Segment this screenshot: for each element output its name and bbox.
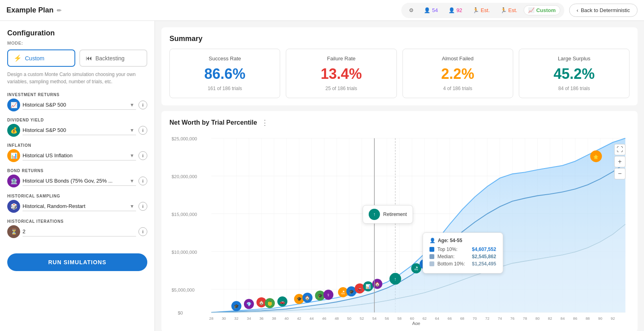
median-value: $2,545,862 (472, 254, 496, 259)
investment-returns-icon: 📈 (7, 99, 20, 111)
bottom10-label: Bottom 10%: (438, 261, 469, 267)
page-title: Example Plan ✏ (6, 6, 396, 14)
svg-text:74: 74 (498, 317, 502, 321)
svg-text:🎓: 🎓 (318, 293, 323, 298)
historical-sampling-section: HISTORICAL SAMPLING 🎲 Historical, Random… (7, 194, 147, 213)
large-surplus-label: Large Surplus (526, 56, 623, 62)
failure-rate-value: 13.4% (293, 66, 390, 82)
svg-text:84: 84 (561, 317, 565, 321)
top10-value: $4,607,552 (472, 247, 496, 252)
svg-text:🌟: 🌟 (593, 154, 599, 160)
almost-failed-label: Almost Failed (409, 56, 506, 62)
chevron-left-icon: ‹ (577, 7, 578, 13)
svg-text:44: 44 (310, 317, 314, 321)
svg-text:Age: Age (412, 321, 420, 325)
svg-text:🏠: 🏠 (375, 282, 380, 287)
svg-text:40: 40 (285, 317, 289, 321)
bond-returns-info-button[interactable]: i (138, 177, 147, 185)
svg-text:66: 66 (448, 317, 452, 321)
svg-text:👶: 👶 (267, 301, 272, 306)
failure-rate-card: Failure Rate 13.4% 25 of 186 trials (286, 49, 396, 98)
svg-text:92: 92 (611, 317, 615, 321)
historical-sampling-label: HISTORICAL SAMPLING (7, 194, 147, 198)
svg-text:90: 90 (598, 317, 602, 321)
historical-sampling-info-button[interactable]: i (138, 202, 147, 211)
svg-text:🏖: 🏖 (414, 266, 418, 271)
svg-text:🎓: 🎓 (297, 296, 302, 302)
chart-menu-icon[interactable]: ⋮ (261, 118, 268, 127)
tooltip-age: 👤 Age: 54-55 (429, 238, 496, 243)
person-icon-2: 👤 (448, 7, 455, 13)
investment-returns-row: 📈 Historical S&P 500 Custom ▼ i (7, 99, 147, 111)
summary-title: Summary (169, 35, 630, 43)
custom-mode-button[interactable]: ⚡ Custom (7, 49, 75, 67)
run-simulations-button[interactable]: RUN SIMULATIONS (7, 253, 147, 271)
svg-text:📊: 📊 (365, 284, 371, 289)
backtesting-mode-button[interactable]: ⏮ Backtesting (79, 49, 147, 67)
svg-text:$15,000,000: $15,000,000 (171, 212, 197, 217)
badge-est-2[interactable]: 🏃 Est. (496, 6, 521, 15)
svg-text:72: 72 (485, 317, 489, 321)
svg-text:🚗: 🚗 (280, 299, 285, 304)
chart-svg: $25,000,000 $20,000,000 $15,000,000 $10,… (169, 132, 630, 325)
svg-text:54: 54 (372, 317, 376, 321)
settings-icon-btn[interactable]: ⚙ (405, 4, 417, 16)
badge-92[interactable]: 👤 92 (444, 6, 466, 15)
plan-name: Example Plan (6, 6, 54, 14)
almost-failed-card: Almost Failed 2.2% 4 of 186 trials (402, 49, 513, 98)
badge-54[interactable]: 👤 54 (420, 6, 442, 15)
backtesting-icon: ⏮ (86, 55, 92, 62)
dividend-yield-icon: 💰 (7, 124, 20, 137)
svg-text:$20,000,000: $20,000,000 (171, 174, 197, 179)
back-to-deterministic-button[interactable]: ‹ Back to Deterministic (569, 4, 638, 17)
dividend-yield-select[interactable]: Historical S&P 500 Custom (23, 125, 136, 135)
sidebar: Configuration MODE: ⚡ Custom ⏮ Backtesti… (0, 21, 155, 331)
zoom-out-button[interactable]: − (614, 168, 625, 179)
svg-text:88: 88 (586, 317, 590, 321)
large-surplus-value: 45.2% (526, 66, 623, 82)
inflation-select[interactable]: Historical US Inflation Custom (23, 151, 136, 160)
almost-failed-sub: 4 of 186 trials (409, 86, 506, 91)
investment-returns-select[interactable]: Historical S&P 500 Custom (23, 100, 136, 110)
inflation-info-button[interactable]: i (138, 151, 147, 160)
svg-text:62: 62 (423, 317, 427, 321)
running-icon-1: 🏃 (473, 7, 479, 13)
bond-returns-select[interactable]: Historical US Bonds (75% Gov, 25% ... Cu… (23, 176, 136, 186)
person-icon: 👤 (424, 7, 430, 13)
svg-text:64: 64 (435, 317, 439, 321)
zoom-in-button[interactable]: + (614, 156, 625, 167)
historical-iterations-label: HISTORICAL ITERATIONS (7, 219, 147, 224)
svg-text:68: 68 (460, 317, 464, 321)
svg-text:🏖: 🏖 (341, 290, 345, 295)
fullscreen-button[interactable]: ⛶ (614, 144, 625, 155)
svg-text:58: 58 (397, 317, 401, 321)
investment-returns-info-button[interactable]: i (138, 101, 147, 109)
investment-returns-select-wrap: Historical S&P 500 Custom ▼ (23, 100, 136, 110)
historical-iterations-icon: ⏳ (7, 225, 20, 238)
svg-text:42: 42 (297, 317, 301, 321)
badge-est-1[interactable]: 🏃 Est. (469, 6, 493, 15)
edit-icon[interactable]: ✏ (57, 7, 62, 14)
badge-custom[interactable]: 📈 Custom (524, 5, 560, 15)
retirement-tooltip: ↑ Retirement (363, 205, 413, 224)
historical-iterations-input-wrap (23, 227, 136, 236)
main-layout: Configuration MODE: ⚡ Custom ⏮ Backtesti… (0, 21, 644, 331)
almost-failed-value: 2.2% (409, 66, 506, 82)
dividend-yield-row: 💰 Historical S&P 500 Custom ▼ i (7, 124, 147, 137)
tooltip-bottom10-row: Bottom 10%: $1,254,495 (429, 261, 496, 267)
historical-iterations-info-button[interactable]: i (138, 227, 147, 236)
svg-text:$0: $0 (178, 310, 183, 315)
svg-text:$25,000,000: $25,000,000 (171, 136, 197, 141)
svg-text:50: 50 (347, 317, 351, 321)
success-rate-sub: 161 of 186 trials (176, 86, 273, 91)
historical-iterations-input[interactable] (23, 227, 136, 236)
bond-returns-row: 🏦 Historical US Bonds (75% Gov, 25% ... … (7, 175, 147, 187)
dividend-yield-info-button[interactable]: i (138, 126, 147, 135)
header-center-bar: ⚙ 👤 54 👤 92 🏃 Est. 🏃 Est. 📈 Custom (401, 3, 564, 18)
svg-text:🏠: 🏠 (305, 295, 310, 300)
bottom10-value: $1,254,495 (472, 261, 496, 267)
retirement-icon: ↑ (369, 209, 380, 220)
custom-icon: ⚡ (14, 54, 22, 62)
historical-sampling-select[interactable]: Historical, Random-Restart Custom (23, 201, 136, 211)
large-surplus-card: Large Surplus 45.2% 84 of 186 trials (519, 49, 630, 98)
